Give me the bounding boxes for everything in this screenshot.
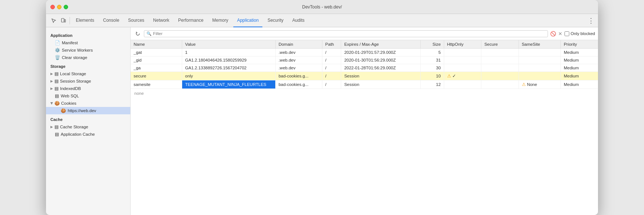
tab-sources[interactable]: Sources: [124, 14, 148, 27]
col-header-samesite[interactable]: SameSite: [519, 40, 560, 49]
sidebar-item-clear-storage-label: Clear storage: [62, 55, 87, 60]
sidebar-item-app-cache[interactable]: ▤ Application Cache: [46, 131, 130, 138]
tab-application[interactable]: Application: [233, 14, 262, 27]
sidebar-item-clear-storage[interactable]: 🗑️ Clear storage: [46, 54, 130, 61]
inspect-icon[interactable]: [50, 17, 58, 25]
filter-bar: 🔍 🚫 ✕ Only blocked: [131, 27, 598, 40]
sidebar-item-cookies-url[interactable]: 🍪 https://web.dev: [46, 107, 130, 114]
sidebar-item-manifest-label: Manifest: [62, 41, 78, 45]
close-button[interactable]: [50, 5, 55, 9]
only-blocked-checkbox[interactable]: [565, 31, 569, 36]
col-header-value[interactable]: Value: [182, 40, 276, 49]
toolbar-divider: [70, 17, 70, 24]
only-blocked-wrap: Only blocked: [565, 31, 595, 36]
sidebar-section-cache: Cache: [46, 114, 130, 123]
devtools-window: DevTools - web.dev/ Elements Console Sou…: [46, 0, 598, 215]
col-header-priority[interactable]: Priority: [560, 40, 598, 49]
table-row[interactable]: samesiteTEENAGE_MUTANT_NINJA_FLEURTLESba…: [131, 80, 598, 89]
table-row[interactable]: _gat1.web.dev/2020-01-29T01:57:29.000Z5M…: [131, 49, 598, 56]
chevron-icon: ▶: [50, 72, 53, 76]
chevron-icon: ▶: [50, 87, 53, 90]
manifest-icon: 📄: [55, 40, 60, 45]
sidebar-cookies-label: Cookies: [61, 101, 77, 105]
sidebar-group-session-storage[interactable]: ▶ ▤ Session Storage: [46, 77, 130, 85]
local-storage-icon: ▤: [54, 71, 59, 76]
sidebar-section-application: Application: [46, 30, 130, 39]
sidebar-item-service-workers-label: Service Workers: [62, 48, 93, 52]
session-storage-icon: ▤: [54, 79, 59, 84]
table-footer-none: none: [131, 89, 598, 98]
table-row[interactable]: _gidGA1.2.1804046426.1580259929.web.dev/…: [131, 56, 598, 64]
sidebar: Application 📄 Manifest ⚙️ Service Worker…: [46, 27, 131, 215]
sidebar-section-storage: Storage: [46, 61, 130, 70]
col-header-size[interactable]: Size: [421, 40, 444, 49]
col-header-secure[interactable]: Secure: [481, 40, 519, 49]
tab-audits[interactable]: Audits: [289, 14, 308, 27]
sidebar-item-service-workers[interactable]: ⚙️ Service Workers: [46, 46, 130, 54]
titlebar: DevTools - web.dev/: [46, 0, 598, 14]
tab-toolbar: Elements Console Sources Network Perform…: [46, 14, 598, 27]
svg-rect-0: [61, 18, 64, 22]
window-title: DevTools - web.dev/: [302, 4, 342, 10]
cache-storage-icon: ▤: [54, 124, 59, 129]
sidebar-cookies-url-label: https://web.dev: [68, 108, 96, 113]
service-workers-icon: ⚙️: [55, 48, 60, 53]
filter-input[interactable]: [153, 31, 545, 36]
sidebar-item-websql[interactable]: ▤ Web SQL: [46, 92, 130, 100]
chevron-icon: ▶: [50, 79, 53, 83]
app-cache-icon: ▤: [55, 132, 59, 137]
tab-elements[interactable]: Elements: [72, 14, 98, 27]
table-row[interactable]: _gaGA1.2.1338892726.1567204702.web.dev/2…: [131, 64, 598, 72]
blocked-clear-icon[interactable]: 🚫: [550, 31, 556, 37]
only-blocked-label: Only blocked: [571, 31, 595, 36]
close-filter-icon[interactable]: ✕: [558, 31, 562, 37]
col-header-httponly[interactable]: HttpOnly: [444, 40, 481, 49]
sidebar-websql-label: Web SQL: [61, 94, 79, 98]
table-header-row: Name Value Domain Path Expires / Max-Age…: [131, 40, 598, 49]
cookies-table: Name Value Domain Path Expires / Max-Age…: [131, 40, 598, 89]
traffic-lights: [50, 5, 68, 9]
sidebar-indexeddb-label: IndexedDB: [60, 86, 81, 91]
sidebar-session-storage-label: Session Storage: [60, 79, 91, 83]
minimize-button[interactable]: [57, 5, 61, 9]
sidebar-app-cache-label: Application Cache: [61, 132, 95, 136]
table-row[interactable]: secureonlybad-cookies.g.../Session10⚠ ✓M…: [131, 72, 598, 80]
col-header-expires[interactable]: Expires / Max-Age: [341, 40, 421, 49]
websql-icon: ▤: [55, 93, 59, 98]
more-tabs-button[interactable]: ⋮: [588, 17, 594, 25]
content-area: 🔍 🚫 ✕ Only blocked Name Value: [131, 27, 598, 215]
clear-storage-icon: 🗑️: [55, 55, 60, 60]
tab-security[interactable]: Security: [264, 14, 287, 27]
tab-console[interactable]: Console: [99, 14, 123, 27]
svg-rect-1: [64, 20, 66, 22]
tab-memory[interactable]: Memory: [209, 14, 232, 27]
col-header-name[interactable]: Name: [131, 40, 182, 49]
indexeddb-icon: ▤: [54, 86, 59, 91]
col-header-path[interactable]: Path: [322, 40, 341, 49]
chevron-icon: ▶: [50, 125, 53, 129]
main-content: Application 📄 Manifest ⚙️ Service Worker…: [46, 27, 598, 215]
sidebar-group-cookies[interactable]: ▶ 🍪 Cookies: [46, 100, 130, 107]
sidebar-group-cache-storage[interactable]: ▶ ▤ Cache Storage: [46, 123, 130, 131]
sidebar-item-manifest[interactable]: 📄 Manifest: [46, 39, 130, 46]
sidebar-cache-storage-label: Cache Storage: [60, 125, 88, 129]
sidebar-local-storage-label: Local Storage: [60, 72, 86, 76]
sidebar-group-local-storage[interactable]: ▶ ▤ Local Storage: [46, 70, 130, 77]
refresh-icon[interactable]: [134, 30, 142, 38]
tab-network[interactable]: Network: [149, 14, 173, 27]
search-icon: 🔍: [146, 31, 152, 36]
tab-performance[interactable]: Performance: [174, 14, 207, 27]
sidebar-group-indexeddb[interactable]: ▶ ▤ IndexedDB: [46, 85, 130, 92]
col-header-domain[interactable]: Domain: [275, 40, 322, 49]
filter-input-wrap: 🔍: [144, 30, 548, 37]
device-icon[interactable]: [59, 17, 67, 25]
cookies-icon: 🍪: [54, 101, 60, 106]
maximize-button[interactable]: [64, 5, 68, 9]
chevron-open-icon: ▶: [50, 102, 54, 105]
cookie-url-icon: 🍪: [61, 108, 66, 113]
cookies-table-wrap: Name Value Domain Path Expires / Max-Age…: [131, 40, 598, 215]
